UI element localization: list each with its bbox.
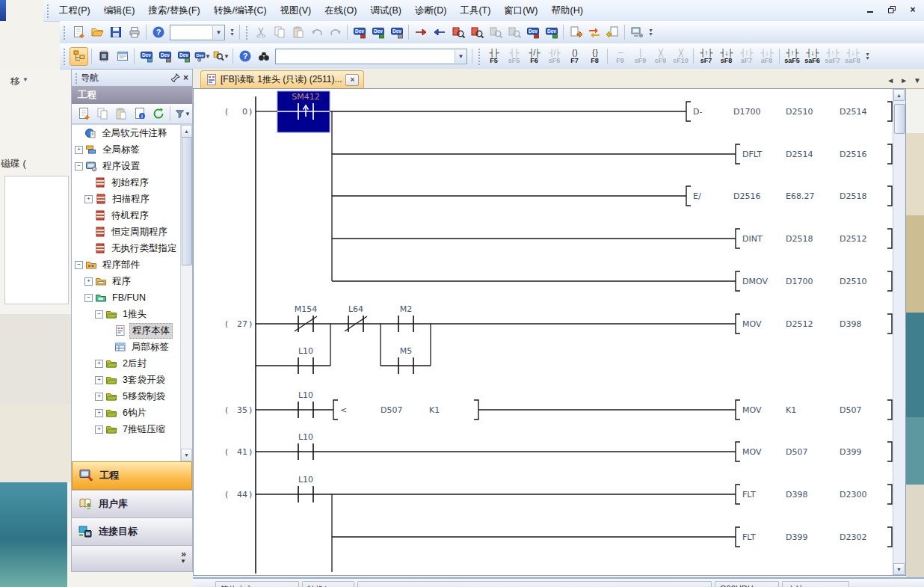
output-window-icon[interactable] [114,48,131,65]
program-read-icon[interactable] [604,24,621,41]
ladder-key-F8[interactable]: { }F8 [585,45,605,67]
toolbar-overflow-icon[interactable]: ▾▾ [863,47,872,65]
watch-2-icon[interactable] [505,24,523,41]
step-number[interactable]: 35 [237,405,247,415]
scroll-down-icon[interactable]: ▼ [893,563,905,575]
device-comment-display-icon[interactable]: Dev [138,48,155,65]
cut-icon[interactable] [252,24,269,41]
tree-item-局部标签[interactable]: 局部标签 [72,339,192,355]
tree-item-程序设置[interactable]: −程序设置 [72,158,192,174]
device-display-icon[interactable]: Dev [156,48,173,65]
collapse-icon[interactable]: − [95,310,103,319]
instruction-arg[interactable]: D507 [840,405,861,415]
undo-icon[interactable] [308,24,325,41]
scroll-up-icon[interactable]: ▲ [893,89,905,101]
pin-icon[interactable] [171,73,180,82]
device-monitor-stop-icon[interactable]: Dev [543,24,560,41]
step-number[interactable]: ) [249,319,252,329]
step-number[interactable]: ) [249,405,252,415]
tree-item-3套袋开袋[interactable]: +3套袋开袋 [72,372,192,388]
ladder-vertical-scrollbar[interactable]: ▲ ▼ [893,89,905,575]
instruction-op[interactable]: MOV [742,405,762,415]
monitor-verify-icon[interactable] [468,24,485,41]
panel-grip[interactable] [74,72,77,83]
program-write-icon[interactable] [567,24,584,41]
instruction-arg[interactable]: D2516 [733,191,760,201]
device-comment-icon[interactable]: Dev [351,24,368,41]
ladder-canvas[interactable]: (0)SM412D-D1700D2510D2514DFLTD2514D2516E… [194,89,893,575]
device-label[interactable]: L10 [298,390,313,400]
menu-item-6[interactable]: 调试(B) [363,2,408,19]
step-number[interactable]: 41 [237,447,247,457]
device-label[interactable]: SM412 [292,92,319,102]
ladder-key-sF7[interactable]: ┤↑├sF7 [696,45,716,67]
ladder-key-saF7[interactable]: ┤↑├saF7 [822,45,843,67]
tab-scroll-right-icon[interactable]: ► [900,76,908,84]
remote-operation-icon[interactable] [628,24,645,41]
copy-icon[interactable] [271,24,288,41]
step-number[interactable]: ( [225,319,228,329]
close-icon[interactable]: × [905,3,921,16]
tree-item-初始程序[interactable]: 初始程序 [72,174,192,191]
navigation-window-icon[interactable] [70,47,88,66]
toolbar-grip[interactable] [46,3,49,18]
ladder-key-aF8[interactable]: ┤↓├aF8 [757,45,777,67]
compare-op[interactable]: < [340,405,347,415]
tree-item-2后封[interactable]: +2后封 [72,355,192,372]
device-monitor-start-icon[interactable]: Dev [524,24,541,41]
sort-icon[interactable]: ▼ [173,105,191,123]
device-label[interactable]: L10 [298,346,313,356]
verify-with-plc-icon[interactable] [449,24,466,41]
menu-item-5[interactable]: 在线(O) [318,2,363,19]
instruction-arg[interactable]: K1 [786,405,796,415]
tree-item-扫描程序[interactable]: +扫描程序 [72,191,192,207]
expand-icon[interactable]: + [84,277,93,286]
copy-icon[interactable] [93,105,111,123]
device-label[interactable]: L10 [298,475,313,485]
device-label[interactable]: M5 [400,346,413,356]
instruction-arg[interactable]: D2302 [840,532,866,542]
menu-item-4[interactable]: 视图(V) [274,2,318,19]
ladder-key-aF7[interactable]: ┤↑├aF7 [736,45,757,67]
instruction-arg[interactable]: D2512 [786,319,813,329]
device-batch-icon[interactable]: Dev [388,24,405,41]
instruction-op[interactable]: E/ [693,191,701,201]
help-icon[interactable]: ? [150,24,167,41]
menu-item-1[interactable]: 编辑(E) [97,2,142,19]
tree-item-程序[interactable]: +程序 [72,273,192,289]
step-number[interactable]: ) [249,107,252,117]
instruction-arg[interactable]: D2514 [786,150,813,159]
instruction-arg[interactable]: D2512 [840,234,866,244]
instruction-op[interactable]: DINT [742,234,763,244]
ladder-key-saF5[interactable]: ┤↑├saF5 [782,45,802,67]
ladder-editor[interactable]: (0)SM412D-D1700D2510D2514DFLTD2514D2516E… [193,88,906,576]
save-project-icon[interactable] [107,24,124,41]
open-project-icon[interactable] [88,24,105,41]
paste-icon[interactable] [112,105,129,123]
close-icon[interactable]: × [183,73,188,83]
restore-icon[interactable] [884,3,900,16]
read-from-plc-icon[interactable] [431,24,448,41]
toolbar-combobox[interactable]: ▼ [170,25,225,40]
ladder-key-F7[interactable]: ( )F7 [564,45,585,67]
ladder-key-F9[interactable]: ─F9 [610,45,630,67]
device-batch-display-icon[interactable]: Dev [175,48,192,65]
tree-item-全局软元件注释[interactable]: 全局软元件注释 [72,125,192,141]
print-icon[interactable] [126,24,143,41]
tree-item-6钩片[interactable]: +6钩片 [72,405,192,421]
tree-item-程序部件[interactable]: −程序部件 [72,256,192,273]
step-number[interactable]: ) [249,447,252,457]
tab-scroll-left-icon[interactable]: ◄ [887,76,894,84]
step-number[interactable]: ( [225,107,228,117]
write-to-plc-icon[interactable] [412,24,429,41]
redo-icon[interactable] [327,24,344,41]
tree-item-恒定周期程序[interactable]: 恒定周期程序 [72,224,192,240]
view-button-工程[interactable]: 工程 [72,461,192,490]
instruction-op[interactable]: FLT [742,532,756,542]
tab-fb-ladder[interactable]: [FB]读取 1推头 (只读) (2511)... × [200,70,364,88]
scroll-up-icon[interactable]: ▲ [181,125,192,138]
instruction-arg[interactable]: D399 [840,447,861,457]
menu-item-9[interactable]: 窗口(W) [497,2,544,19]
menu-item-3[interactable]: 转换/编译(C) [207,2,274,19]
toolbar-grip[interactable] [244,25,247,40]
